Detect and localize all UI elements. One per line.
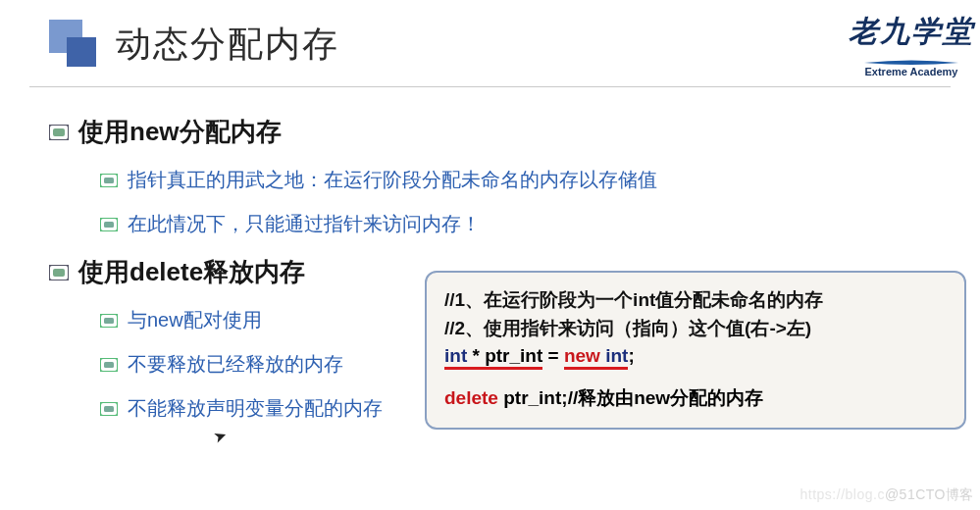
bullet-icon	[100, 314, 118, 328]
semi: ;	[628, 345, 634, 366]
code-comment-1: //1、在运行阶段为一个int值分配未命名的内存	[444, 286, 947, 315]
svg-rect-11	[104, 362, 114, 368]
bullet-icon	[49, 125, 69, 140]
title-icon	[49, 20, 98, 69]
code-delete: delete ptr_int;//释放由new分配的内存	[444, 384, 947, 413]
page-title: 动态分配内存	[116, 21, 339, 69]
kw-delete: delete	[444, 387, 498, 408]
kw-int2: int	[605, 345, 628, 370]
svg-rect-7	[53, 269, 65, 277]
section-1-title: 使用new分配内存	[78, 115, 282, 149]
svg-rect-13	[104, 406, 114, 412]
svg-rect-3	[104, 178, 114, 183]
bullet-icon	[100, 174, 118, 187]
svg-rect-5	[104, 222, 114, 228]
eq: =	[542, 345, 564, 366]
bullet-icon	[100, 218, 118, 231]
bullet-icon	[49, 265, 69, 280]
list-item: 在此情况下，只能通过指针来访问内存！	[100, 211, 980, 237]
list-item-text: 不要释放已经释放的内存	[128, 351, 343, 378]
cursor-icon: ➤	[211, 425, 230, 446]
svg-rect-9	[104, 318, 114, 324]
section-2-title: 使用delete释放内存	[78, 255, 305, 289]
watermark: https://blog.c@51CTO博客	[800, 486, 974, 504]
list-item-text: 指针真正的用武之地：在运行阶段分配未命名的内存以存储值	[128, 167, 657, 193]
list-item-text: 不能释放声明变量分配的内存	[128, 395, 383, 422]
decl-var: * ptr_int	[467, 345, 542, 370]
brand-logo-cn: 老九学堂	[849, 12, 974, 52]
code-comment-2: //2、使用指针来访问（指向）这个值(右->左)	[444, 315, 947, 343]
code-box: //1、在运行阶段为一个int值分配未命名的内存 //2、使用指针来访问（指向）…	[425, 271, 966, 430]
watermark-prefix: https://blog.c	[800, 486, 885, 502]
list-item: 指针真正的用武之地：在运行阶段分配未命名的内存以存储值	[100, 167, 980, 193]
code-decl: int * ptr_int = new int;	[444, 342, 947, 371]
list-item-text: 与new配对使用	[128, 307, 262, 333]
list-item-text: 在此情况下，只能通过指针来访问内存！	[128, 211, 481, 237]
kw-new: new	[564, 345, 600, 370]
brand-logo-en: Extreme Academy	[849, 66, 974, 77]
brand-logo: 老九学堂 Extreme Academy	[849, 12, 974, 77]
kw-int: int	[444, 345, 467, 370]
bullet-icon	[100, 402, 118, 416]
svg-rect-1	[53, 128, 65, 136]
bullet-icon	[100, 358, 118, 372]
watermark-main: @51CTO博客	[885, 486, 974, 502]
delete-rest: ptr_int;//释放由new分配的内存	[498, 387, 763, 408]
section-1-head: 使用new分配内存	[49, 115, 980, 149]
